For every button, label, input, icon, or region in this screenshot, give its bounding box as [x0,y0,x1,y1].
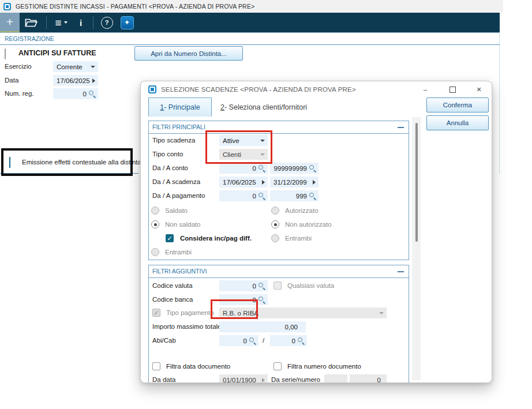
da-numero-value: 0 [377,377,381,384]
info-button[interactable]: i [72,13,89,32]
entrambi-sx-label: Entrambi [165,249,192,256]
info-icon: i [80,18,82,28]
entrambi-sx-row: Entrambi [149,247,409,258]
open-button[interactable] [20,13,43,32]
tipo-pagamento-checkbox [152,309,160,317]
search-icon [258,193,265,199]
app-icon [3,3,11,10]
new-button[interactable]: + [0,13,20,32]
non-saldato-label: Non saldato [165,221,200,228]
anticipi-checkbox[interactable] [5,48,6,59]
main-titlebar: GESTIONE DISTINTE INCASSI - PAGAMENTI <P… [0,0,503,13]
non-autorizzato-radio[interactable] [271,220,279,228]
annulla-label: Annulla [447,119,469,126]
importo-field[interactable]: 0,00 [219,321,306,332]
entrambi-dx-radio[interactable] [271,234,279,242]
codice-banca-label: Codice banca [152,296,193,303]
selezione-scadenze-dialog: SELEZIONE SCADENZE <PROVA - AZIENDA DI P… [140,81,492,383]
dialog-scrollbar[interactable] [412,117,421,380]
data-value: 17/06/2025 [57,77,90,84]
calendar-arrow-icon [92,78,95,83]
tab-seleziona-clienti-fornitori[interactable]: 2 - Seleziona clienti/fornitori [220,97,353,117]
non-saldato-radio[interactable] [151,220,159,228]
filtri-aggiuntivi-group: FILTRI AGGIUNTIVI Codice valuta 0 Qualsi… [148,265,409,383]
screen: GESTIONE DISTINTE INCASSI - PAGAMENTI <P… [0,0,532,409]
filtri-principali-header: FILTRI PRINCIPALI [149,121,409,134]
tipo-pagamento-value: R.B. o RIBA [223,310,258,317]
da-conto-field[interactable]: 0 [219,163,268,174]
da-a-pagamento-label: Da / A pagamento [152,192,205,199]
cab-field[interactable]: 0 [270,335,307,346]
codice-valuta-row: Codice valuta 0 Qualsiasi valuta [149,280,409,292]
considera-checkbox[interactable] [166,234,174,242]
qualsiasi-valuta-label: Qualsiasi valuta [287,282,334,289]
main-window-right-border [499,32,500,174]
collapse-icon[interactable] [398,271,404,272]
tab-principale[interactable]: 1- Principale [148,97,212,117]
considera-label: Considera inc/pag diff. [180,235,252,242]
conferma-button[interactable]: Conferma [426,97,489,112]
filtra-numero-checkbox[interactable] [274,362,282,370]
search-icon [258,165,265,171]
chevron-down-icon [379,312,384,314]
tipo-conto-select: Clienti [219,149,268,160]
apri-button-label: Apri da Numero Distinta... [151,50,227,57]
entrambi-sx-radio[interactable] [151,248,159,256]
a-conto-field[interactable]: 999999999 [270,163,319,174]
tipo-pagamento-row: Tipo pagamento R.B. o RIBA [149,307,409,319]
saldato-radio[interactable] [151,207,159,215]
codice-valuta-field[interactable]: 0 [219,280,268,291]
annulla-button[interactable]: Annulla [426,115,489,130]
da-a-scadenza-label: Da / A scadenza [152,178,200,185]
maximize-button[interactable] [446,85,459,94]
chevron-down-icon [260,153,265,156]
help-button[interactable]: ? [97,13,117,32]
data-field[interactable]: 17/06/2025 [53,75,98,86]
da-scadenza-value: 17/06/2025 [223,179,256,186]
da-data-value: 01/01/1900 [223,377,256,384]
open-folder-icon [25,18,38,28]
scrollbar-thumb[interactable] [415,123,418,242]
da-a-conto-label: Da / A conto [152,164,188,171]
filtri-principali-title: FILTRI PRINCIPALI [152,123,205,130]
abicab-row: Abi/Cab 0 / 0 [149,335,409,347]
emissione-label: Emissione effetti contestuale alla disti… [22,159,141,166]
a-scadenza-value: 31/12/2099 [274,179,307,186]
calendar-arrow-icon [262,180,265,185]
collapse-icon[interactable] [398,127,404,128]
main-window-title: GESTIONE DISTINTE INCASSI - PAGAMENTI <P… [16,3,254,10]
close-button[interactable]: ✕ [473,85,485,94]
assistant-badge-icon: ✦ [121,16,134,29]
esercizio-value: Corrente [57,63,83,70]
codice-banca-row: Codice banca 0 [149,294,409,306]
apri-da-numero-distinta-button[interactable]: Apri da Numero Distinta... [134,46,243,61]
abi-field[interactable]: 0 [219,335,258,346]
minimize-button[interactable]: – [419,85,432,94]
tab2-number: 2 [220,103,224,111]
codice-banca-value: 0 [253,297,256,303]
cab-value: 0 [292,337,295,344]
tipo-scadenza-value: Attive [223,137,239,144]
search-icon [258,297,265,303]
assistant-button[interactable]: ✦ [117,13,137,32]
a-pagamento-field[interactable]: 999 [270,190,319,201]
menu-button[interactable]: ≡ [50,13,72,32]
codice-banca-field[interactable]: 0 [219,294,268,305]
da-scadenza-field[interactable]: 17/06/2025 [219,177,268,187]
tipo-scadenza-select[interactable]: Attive [219,135,268,146]
a-scadenza-field[interactable]: 31/12/2099 [270,177,319,187]
tab2-label: - Seleziona clienti/fornitori [224,103,307,111]
non-saldato-row: Non saldato Non autorizzato [149,219,409,231]
autorizzato-radio[interactable] [271,207,279,215]
chevron-down-icon [91,66,95,68]
importo-label: Importo massimo totale [152,323,222,330]
qualsiasi-valuta-checkbox [274,282,282,290]
esercizio-select[interactable]: Corrente [53,61,98,72]
content-top-border [0,32,500,33]
num-reg-field[interactable]: 0 [53,88,98,99]
abicab-label: Abi/Cab [152,337,176,344]
filtri-aggiuntivi-title: FILTRI AGGIUNTIVI [152,268,207,275]
emissione-checkbox[interactable] [9,157,10,168]
filtra-data-checkbox[interactable] [152,362,160,370]
da-pagamento-field[interactable]: 0 [219,190,268,201]
